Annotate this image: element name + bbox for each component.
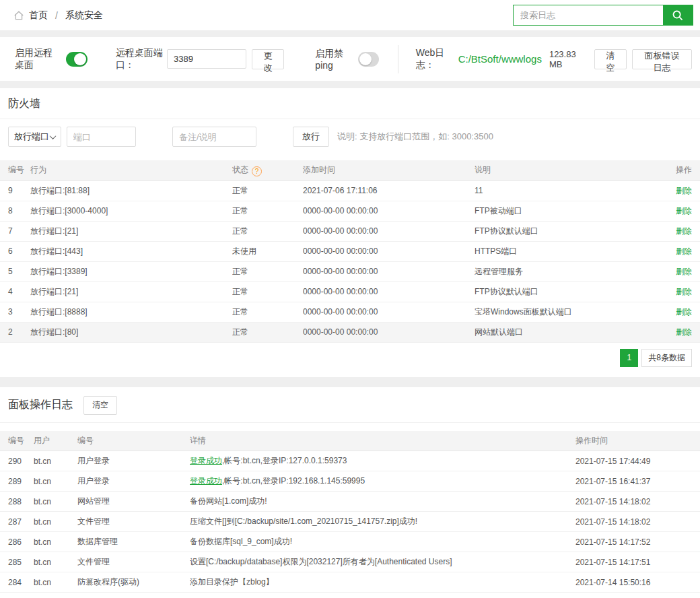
operation-log-table-body: 290bt.cn用户登录登录成功,帐号:bt.cn,登录IP:127.0.0.1… <box>0 451 700 598</box>
cell-id: 3 <box>0 302 30 322</box>
breadcrumb-home-link[interactable]: 首页 <box>29 9 48 22</box>
toggle-knob <box>359 53 372 65</box>
page-number-button[interactable]: 1 <box>620 349 638 367</box>
cell-added: 0000-00-00 00:00:00 <box>303 221 475 241</box>
note-input[interactable] <box>172 127 256 147</box>
firewall-table-row: 8放行端口:[3000-4000]正常0000-00-00 00:00:00FT… <box>0 201 700 221</box>
delete-link[interactable]: 删除 <box>676 327 692 337</box>
panel-error-log-button[interactable]: 面板错误日志 <box>632 49 692 69</box>
remote-port-input[interactable] <box>167 49 246 69</box>
cell-user: bt.cn <box>34 512 77 532</box>
firewall-table-header: 编号 行为 状态? 添加时间 说明 操作 <box>0 160 700 180</box>
chevron-down-icon <box>50 133 57 139</box>
toolbar-divider <box>398 45 398 73</box>
login-success-link[interactable]: 登录成功 <box>190 476 222 486</box>
cell-action: 放行端口:[21] <box>30 281 232 302</box>
operation-log-title-row: 面板操作日志 清空 <box>0 387 700 423</box>
cell-added: 0000-00-00 00:00:00 <box>303 201 475 221</box>
cell-action: 放行端口:[21] <box>30 221 232 241</box>
col-id-header: 编号 <box>0 160 30 180</box>
cell-id: 9 <box>0 180 30 201</box>
cell-action: 放行端口:[81:88] <box>30 180 232 201</box>
weblog-path-link[interactable]: C:/BtSoft/wwwlogs <box>458 53 542 65</box>
col-action-header: 行为 <box>30 160 232 180</box>
breadcrumb: 首页 / 系统安全 <box>13 9 103 22</box>
clear-weblog-button[interactable]: 清空 <box>594 49 627 69</box>
col-status-header: 状态? <box>232 160 303 180</box>
delete-link[interactable]: 删除 <box>676 246 692 256</box>
firewall-table-row: 2放行端口:[80]正常0000-00-00 00:00:00网站默认端口删除 <box>0 322 700 342</box>
rule-type-select[interactable]: 放行端口 <box>8 127 61 147</box>
operation-log-panel: 面板操作日志 清空 编号 用户 编号 详情 操作时间 290bt.cn用户登录登… <box>0 387 700 598</box>
search-input[interactable] <box>514 5 663 25</box>
cell-status: 正常 <box>232 322 303 342</box>
remote-desktop-toggle[interactable] <box>66 52 87 67</box>
port-range-hint: 说明: 支持放行端口范围，如: 3000:3500 <box>337 131 493 143</box>
cell-action: 放行端口:[8888] <box>30 302 232 322</box>
cell-actions: 删除 <box>670 302 700 322</box>
disable-ping-toggle[interactable] <box>358 52 379 67</box>
operation-log-row: 285bt.cn文件管理设置[C:/backup/database]权限为[20… <box>0 552 700 572</box>
cell-time: 2021-07-15 14:18:02 <box>575 512 700 532</box>
cell-id: 6 <box>0 241 30 261</box>
cell-actions: 删除 <box>670 201 700 221</box>
delete-link[interactable]: 删除 <box>676 206 692 215</box>
cell-added: 0000-00-00 00:00:00 <box>303 281 475 302</box>
login-success-link[interactable]: 登录成功 <box>190 456 222 465</box>
cell-note: 远程管理服务 <box>475 261 670 281</box>
allow-port-button[interactable]: 放行 <box>293 127 329 147</box>
delete-link[interactable]: 删除 <box>676 307 692 317</box>
delete-link[interactable]: 删除 <box>676 267 692 276</box>
cell-added: 2021-07-06 17:11:06 <box>303 180 475 201</box>
port-input[interactable] <box>67 127 136 147</box>
firewall-pagination: 1 共8条数据 <box>0 343 700 377</box>
cell-note: FTP协议默认端口 <box>475 221 670 241</box>
cell-type: 文件管理 <box>77 512 190 532</box>
cell-detail: 网站[9.com]添加域名[192.168.1.120]成功! <box>190 593 575 598</box>
cell-type: 用户登录 <box>77 451 190 471</box>
cell-user: bt.cn <box>34 572 77 593</box>
operation-log-row: 290bt.cn用户登录登录成功,帐号:bt.cn,登录IP:127.0.0.1… <box>0 451 700 471</box>
cell-actions: 删除 <box>670 221 700 241</box>
status-help-icon[interactable]: ? <box>252 166 262 176</box>
cell-time: 2021-07-15 14:17:52 <box>575 532 700 552</box>
col-added-header: 添加时间 <box>303 160 475 180</box>
cell-actions: 删除 <box>670 261 700 281</box>
cell-id: 286 <box>0 532 34 552</box>
cell-type: 网站管理 <box>77 593 190 598</box>
firewall-table-row: 5放行端口:[3389]正常0000-00-00 00:00:00远程管理服务删… <box>0 261 700 281</box>
cell-note: 网站默认端口 <box>475 322 670 342</box>
cell-id: 288 <box>0 492 34 512</box>
search-button[interactable] <box>663 5 693 25</box>
cell-note: FTP被动端口 <box>475 201 670 221</box>
cell-id: 2 <box>0 322 30 342</box>
firewall-table-row: 3放行端口:[8888]正常0000-00-00 00:00:00宝塔Windo… <box>0 302 700 322</box>
cell-actions: 删除 <box>670 180 700 201</box>
cell-user: bt.cn <box>34 492 77 512</box>
delete-link[interactable]: 删除 <box>676 186 692 195</box>
cell-type: 防篡改程序(驱动) <box>77 572 190 593</box>
home-icon <box>13 10 24 21</box>
cell-user: bt.cn <box>34 552 77 572</box>
operation-log-row: 287bt.cn文件管理压缩文件[]到[C:/backup/site/1.com… <box>0 512 700 532</box>
clear-oplog-button[interactable]: 清空 <box>83 396 117 415</box>
breadcrumb-bar: 首页 / 系统安全 <box>0 0 700 30</box>
log-search <box>513 5 693 26</box>
delete-link[interactable]: 删除 <box>676 226 692 236</box>
cell-note: FTP协议默认端口 <box>475 281 670 302</box>
cell-detail: 设置[C:/backup/database]权限为[2032127]所有者为[A… <box>190 552 575 572</box>
firewall-table-row: 9放行端口:[81:88]正常2021-07-06 17:11:0611删除 <box>0 180 700 201</box>
cell-actions: 删除 <box>670 241 700 261</box>
col-type-header: 编号 <box>77 431 190 451</box>
delete-link[interactable]: 删除 <box>676 287 692 296</box>
cell-added: 0000-00-00 00:00:00 <box>303 302 475 322</box>
firewall-panel: 防火墙 放行端口 放行 说明: 支持放行端口范围，如: 3000:3500 编号… <box>0 88 700 377</box>
cell-action: 放行端口:[3000-4000] <box>30 201 232 221</box>
change-port-button[interactable]: 更改 <box>252 49 284 69</box>
firewall-table-row: 7放行端口:[21]正常0000-00-00 00:00:00FTP协议默认端口… <box>0 221 700 241</box>
operation-log-row: 284bt.cn防篡改程序(驱动)添加目录保护【zblog】2021-07-14… <box>0 572 700 593</box>
cell-note: 宝塔Windows面板默认端口 <box>475 302 670 322</box>
cell-id: 4 <box>0 281 30 302</box>
disable-ping-label: 启用禁ping <box>315 48 351 71</box>
cell-detail: 登录成功,帐号:bt.cn,登录IP:127.0.0.1:59373 <box>190 451 575 471</box>
